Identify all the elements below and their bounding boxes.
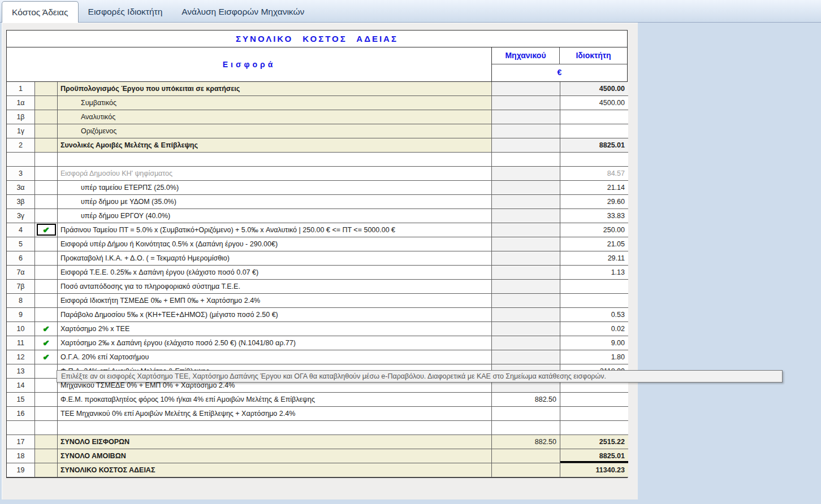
tab-cost-of-permit[interactable]: Κόστος Άδειας bbox=[2, 1, 79, 23]
owner-amount-cell[interactable]: 250.00 bbox=[560, 223, 628, 237]
checkbox-cell[interactable] bbox=[35, 435, 58, 449]
owner-amount-cell[interactable]: 1.80 bbox=[560, 350, 628, 364]
owner-amount-cell[interactable]: 4500.00 bbox=[560, 96, 628, 110]
table-body: 1Προϋπολογισμός Έργου που υπόκειται σε κ… bbox=[7, 82, 627, 477]
row-number: 1γ bbox=[7, 124, 35, 138]
checkbox-cell[interactable] bbox=[35, 294, 58, 308]
owner-amount-cell[interactable]: 8825.01 bbox=[560, 449, 628, 463]
owner-amount-cell[interactable]: 84.57 bbox=[560, 167, 628, 181]
owner-amount-cell[interactable]: 9.00 bbox=[560, 336, 628, 350]
owner-amount-cell[interactable] bbox=[560, 280, 628, 294]
engineer-amount-cell[interactable] bbox=[492, 449, 560, 463]
table-title: ΣΥΝΟΛΙΚΟ ΚΟΣΤΟΣ ΑΔΕΙΑΣ bbox=[7, 31, 627, 47]
checkbox-cell[interactable] bbox=[35, 96, 58, 110]
owner-amount-cell[interactable]: 29.60 bbox=[560, 195, 628, 209]
contribution-description: Συνολικές Αμοιβές Μελέτης & Επίβλεψης bbox=[58, 138, 492, 153]
checkbox-cell[interactable] bbox=[35, 195, 58, 209]
row-number: 8 bbox=[7, 294, 35, 308]
engineer-amount-cell[interactable] bbox=[492, 181, 560, 195]
owner-amount-cell[interactable]: 21.14 bbox=[560, 181, 628, 195]
tab-owner-contributions[interactable]: Εισφορές Ιδιοκτήτη bbox=[79, 2, 172, 22]
checkbox-cell[interactable] bbox=[35, 251, 58, 266]
owner-amount-cell[interactable] bbox=[560, 124, 628, 138]
engineer-amount-cell[interactable] bbox=[492, 308, 560, 322]
owner-amount-cell[interactable]: 1.13 bbox=[560, 266, 628, 280]
checkbox-cell[interactable] bbox=[35, 308, 58, 322]
owner-amount-cell[interactable] bbox=[560, 393, 628, 407]
engineer-amount-cell[interactable] bbox=[492, 82, 560, 96]
contribution-description: Εισφορά Ιδιοκτήτη ΤΣΜΕΔΕ 0‰ + ΕΜΠ 0‰ + Χ… bbox=[58, 294, 492, 308]
owner-amount-cell[interactable]: 29.11 bbox=[560, 251, 628, 266]
engineer-amount-cell[interactable] bbox=[492, 209, 560, 223]
contribution-description: Αναλυτικός bbox=[58, 110, 492, 124]
engineer-amount-cell[interactable] bbox=[492, 294, 560, 308]
owner-amount-cell[interactable]: 0.53 bbox=[560, 308, 628, 322]
engineer-amount-cell[interactable]: 882.50 bbox=[492, 393, 560, 407]
owner-amount-cell[interactable]: 0.02 bbox=[560, 322, 628, 336]
checkbox-cell[interactable] bbox=[35, 138, 58, 153]
row-number: 10 bbox=[7, 322, 35, 336]
engineer-amount-cell[interactable] bbox=[492, 237, 560, 251]
engineer-amount-cell[interactable] bbox=[492, 266, 560, 280]
owner-amount-cell[interactable] bbox=[560, 407, 628, 421]
checkbox-checked[interactable]: ✔ bbox=[35, 322, 58, 336]
owner-amount-cell[interactable]: 4500.00 bbox=[560, 82, 628, 96]
checkbox-cell[interactable] bbox=[35, 82, 58, 96]
owner-amount-cell[interactable]: 2515.22 bbox=[560, 435, 628, 449]
owner-amount-cell bbox=[560, 153, 628, 167]
table-row: 12✔Ο.Γ.Α. 20% επί Χαρτοσήμου1.80 bbox=[7, 350, 627, 364]
owner-amount-cell[interactable]: 11340.23 bbox=[560, 463, 628, 477]
engineer-amount-cell bbox=[492, 153, 560, 167]
checkbox-cell[interactable] bbox=[35, 237, 58, 251]
checkbox-cell[interactable] bbox=[35, 181, 58, 195]
checkbox-cell[interactable] bbox=[35, 449, 58, 463]
owner-amount-cell[interactable] bbox=[560, 110, 628, 124]
engineer-amount-cell[interactable] bbox=[492, 96, 560, 110]
engineer-amount-cell[interactable] bbox=[492, 195, 560, 209]
engineer-amount-cell[interactable] bbox=[492, 223, 560, 237]
checkbox-cell[interactable] bbox=[35, 379, 58, 393]
checkbox-cell[interactable] bbox=[35, 393, 58, 407]
row-number: 13 bbox=[7, 364, 35, 379]
check-icon: ✔ bbox=[43, 353, 50, 362]
checkbox-cell[interactable] bbox=[35, 167, 58, 181]
engineer-amount-cell[interactable] bbox=[492, 251, 560, 266]
engineer-amount-cell[interactable] bbox=[492, 322, 560, 336]
owner-amount-cell[interactable]: 33.83 bbox=[560, 209, 628, 223]
contribution-description: Εισφορά Δημοσίου ΚΗ' ψηφίσματος bbox=[58, 167, 492, 181]
row-number: 1 bbox=[7, 82, 35, 96]
owner-amount-cell[interactable]: 21.05 bbox=[560, 237, 628, 251]
checkbox-cell[interactable] bbox=[35, 124, 58, 138]
engineer-amount-cell[interactable] bbox=[492, 280, 560, 294]
engineer-amount-cell[interactable] bbox=[492, 110, 560, 124]
checkbox-cell[interactable] bbox=[35, 209, 58, 223]
tab-bar: Κόστος Άδειας Εισφορές Ιδιοκτήτη Ανάλυση… bbox=[0, 0, 821, 23]
contribution-description: Χαρτόσημο 2% x ΤΕΕ bbox=[58, 322, 492, 336]
engineer-amount-cell[interactable] bbox=[492, 336, 560, 350]
engineer-amount-cell[interactable]: 882.50 bbox=[492, 435, 560, 449]
table-row: 1αΣυμβατικός4500.00 bbox=[7, 96, 627, 110]
focused-checkbox[interactable]: ✔ bbox=[37, 224, 56, 236]
checkbox-cell[interactable] bbox=[35, 110, 58, 124]
contribution-description: Προκαταβολή Ι.Κ.Α. + Δ.Ο. ( = Τεκμαρτό Η… bbox=[58, 251, 492, 266]
engineer-amount-cell[interactable] bbox=[492, 350, 560, 364]
checkbox-checked[interactable]: ✔ bbox=[35, 350, 58, 364]
checkbox-cell[interactable] bbox=[35, 266, 58, 280]
owner-amount-cell[interactable]: 8825.01 bbox=[560, 138, 628, 153]
checkbox-checked[interactable]: ✔ bbox=[35, 336, 58, 350]
checkbox-cell[interactable] bbox=[35, 407, 58, 421]
contribution-description: Χαρτόσημο 2‰ x Δαπάνη έργου (ελάχιστο πο… bbox=[58, 336, 492, 350]
owner-amount-cell[interactable] bbox=[560, 294, 628, 308]
engineer-amount-cell[interactable] bbox=[492, 138, 560, 153]
checkbox-checked[interactable]: ✔ bbox=[35, 223, 58, 237]
tab-engineer-contributions-analysis[interactable]: Ανάλυση Εισφορών Μηχανικών bbox=[172, 2, 314, 22]
engineer-amount-cell[interactable] bbox=[492, 124, 560, 138]
engineer-amount-cell[interactable] bbox=[492, 463, 560, 477]
checkbox-cell[interactable] bbox=[35, 280, 58, 294]
row-number: 5 bbox=[7, 237, 35, 251]
engineer-amount-cell[interactable] bbox=[492, 167, 560, 181]
checkbox-cell[interactable] bbox=[35, 463, 58, 477]
checkbox-cell[interactable] bbox=[35, 364, 58, 379]
contribution-description: Εισφορά Τ.Ε.Ε. 0.25‰ x Δαπάνη έργου (ελά… bbox=[58, 266, 492, 280]
engineer-amount-cell[interactable] bbox=[492, 407, 560, 421]
